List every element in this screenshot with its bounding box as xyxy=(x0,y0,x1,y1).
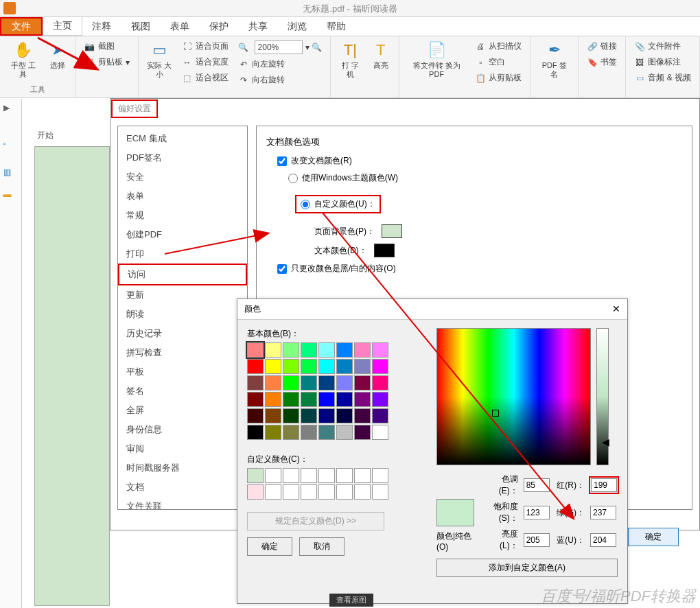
lum-input[interactable] xyxy=(524,533,550,547)
prefs-item[interactable]: 访问 xyxy=(118,264,247,285)
basic-color-swatch[interactable] xyxy=(336,392,353,407)
hand-tool-button[interactable]: ✋手型 工具 xyxy=(5,39,41,80)
basic-color-swatch[interactable] xyxy=(354,425,371,440)
expand-icon[interactable]: ▶ xyxy=(3,103,19,118)
select-tool-button[interactable]: ➤选择 xyxy=(45,39,70,71)
prefs-item[interactable]: 文档 xyxy=(118,478,247,497)
basic-color-swatch[interactable] xyxy=(318,375,335,390)
custom-color-swatch[interactable] xyxy=(372,484,388,500)
basic-color-swatch[interactable] xyxy=(318,392,335,407)
basic-color-swatch[interactable] xyxy=(265,342,281,358)
basic-color-swatch[interactable] xyxy=(336,408,353,423)
add-to-custom-button[interactable]: 添加到自定义颜色(A) xyxy=(436,559,618,577)
page-panel-icon[interactable]: ▫ xyxy=(3,139,19,154)
basic-color-swatch[interactable] xyxy=(354,342,371,358)
document-tab[interactable]: 开始 xyxy=(23,127,67,144)
text-color-swatch[interactable] xyxy=(374,244,395,257)
layers-icon[interactable]: ▥ xyxy=(3,167,19,183)
basic-color-swatch[interactable] xyxy=(265,359,281,374)
convert-to-pdf-button[interactable]: 📄将文件转 换为PDF xyxy=(405,39,468,80)
basic-color-swatch[interactable] xyxy=(283,342,299,358)
basic-color-swatch[interactable] xyxy=(318,359,335,374)
prefs-item[interactable]: 身份信息 xyxy=(118,420,247,439)
bookmark-button[interactable]: 🔖书签 xyxy=(584,55,620,69)
custom-color-swatch[interactable] xyxy=(336,468,353,483)
fit-visible-button[interactable]: ⬚适合视区 xyxy=(179,71,231,85)
custom-color-swatch[interactable] xyxy=(354,468,371,483)
define-custom-button[interactable]: 规定自定义颜色(D) >> xyxy=(247,512,384,530)
custom-color-swatch[interactable] xyxy=(318,468,335,483)
zoom-dropdown[interactable]: 🔍200% ▾ 🔍 xyxy=(235,39,325,56)
basic-color-swatch[interactable] xyxy=(336,342,353,358)
basic-color-swatch[interactable] xyxy=(336,375,353,390)
preferences-ok-button[interactable]: 确定 xyxy=(628,528,679,546)
only-bw-checkbox[interactable]: 只更改颜色是黑/白的内容(O) xyxy=(277,263,682,274)
basic-color-swatch[interactable] xyxy=(265,408,281,423)
actual-size-button[interactable]: ▭实际 大小 xyxy=(144,39,175,80)
rotate-right-button[interactable]: ↷向右旋转 xyxy=(235,73,325,87)
basic-color-swatch[interactable] xyxy=(283,359,299,374)
tab-view[interactable]: 视图 xyxy=(121,17,161,36)
basic-color-swatch[interactable] xyxy=(301,359,317,374)
from-scanner-button[interactable]: 🖨从扫描仪 xyxy=(472,39,524,54)
prefs-item[interactable]: 更新 xyxy=(118,285,247,305)
basic-color-swatch[interactable] xyxy=(318,342,335,358)
custom-color-swatch[interactable] xyxy=(372,468,388,483)
change-doc-color-checkbox[interactable]: 改变文档颜色(R) xyxy=(277,155,682,167)
blue-input[interactable] xyxy=(590,533,616,547)
file-menu[interactable]: 文件 xyxy=(0,17,43,36)
blank-page-button[interactable]: ▫空白 xyxy=(472,55,524,69)
basic-color-swatch[interactable] xyxy=(283,408,299,423)
comments-icon[interactable]: ▬ xyxy=(3,189,19,204)
custom-color-swatch[interactable] xyxy=(336,484,353,500)
pdf-sign-button[interactable]: ✒PDF 签名 xyxy=(536,39,572,80)
red-input[interactable] xyxy=(591,478,617,492)
basic-colors-grid[interactable] xyxy=(247,342,425,440)
prefs-item[interactable]: PDF签名 xyxy=(118,148,247,167)
custom-color-swatch[interactable] xyxy=(301,468,317,483)
luminance-arrow-icon[interactable]: ◀ xyxy=(602,436,609,447)
page-bg-swatch[interactable] xyxy=(382,224,402,238)
basic-color-swatch[interactable] xyxy=(247,342,264,358)
custom-color-swatch[interactable] xyxy=(247,468,264,483)
tab-share[interactable]: 共享 xyxy=(239,17,278,36)
prefs-item[interactable]: 打印 xyxy=(118,244,247,264)
image-annot-button[interactable]: 🖼图像标注 xyxy=(631,55,694,69)
tab-form[interactable]: 表单 xyxy=(161,17,200,36)
custom-color-swatch[interactable] xyxy=(265,484,281,500)
basic-color-swatch[interactable] xyxy=(247,408,264,423)
tab-protect[interactable]: 保护 xyxy=(200,17,239,36)
custom-color-radio[interactable]: 自定义颜色(U)： xyxy=(295,195,381,213)
prefs-item[interactable]: 常规 xyxy=(118,206,247,225)
basic-color-swatch[interactable] xyxy=(372,392,388,407)
basic-color-swatch[interactable] xyxy=(372,359,388,374)
preferences-category-list[interactable]: ECM 集成PDF签名安全表单常规创建PDF打印访问更新朗读历史记录拼写检查平板… xyxy=(117,126,248,510)
prefs-item[interactable]: ECM 集成 xyxy=(118,129,247,148)
prefs-item[interactable]: 表单 xyxy=(118,187,247,206)
custom-color-swatch[interactable] xyxy=(247,484,264,500)
clipboard-button[interactable]: 📋剪贴板 ▾ xyxy=(82,55,132,69)
basic-color-swatch[interactable] xyxy=(372,408,388,423)
basic-color-swatch[interactable] xyxy=(301,408,317,423)
basic-color-swatch[interactable] xyxy=(372,425,388,440)
highlight-button[interactable]: T高亮 xyxy=(369,39,393,71)
custom-color-swatch[interactable] xyxy=(318,484,335,500)
prefs-item[interactable]: 创建PDF xyxy=(118,225,247,244)
prefs-item[interactable]: 签名 xyxy=(118,382,247,401)
prefs-item[interactable]: 时间戳服务器 xyxy=(118,458,247,478)
color-spectrum[interactable] xyxy=(436,328,591,465)
basic-color-swatch[interactable] xyxy=(336,425,353,440)
page-view[interactable] xyxy=(34,146,110,606)
custom-colors-grid[interactable] xyxy=(247,468,425,500)
custom-color-swatch[interactable] xyxy=(283,468,299,483)
basic-color-swatch[interactable] xyxy=(354,392,371,407)
tab-help[interactable]: 帮助 xyxy=(317,17,356,36)
prefs-item[interactable]: 平板 xyxy=(118,362,247,382)
basic-color-swatch[interactable] xyxy=(283,392,299,407)
basic-color-swatch[interactable] xyxy=(247,359,264,374)
typewriter-button[interactable]: T|打 字机 xyxy=(336,39,364,80)
tab-comment[interactable]: 注释 xyxy=(82,17,121,36)
fit-page-button[interactable]: ⛶适合页面 xyxy=(179,39,231,54)
prefs-item[interactable]: 朗读 xyxy=(118,305,247,324)
screenshot-button[interactable]: 📷截图 xyxy=(82,39,132,54)
